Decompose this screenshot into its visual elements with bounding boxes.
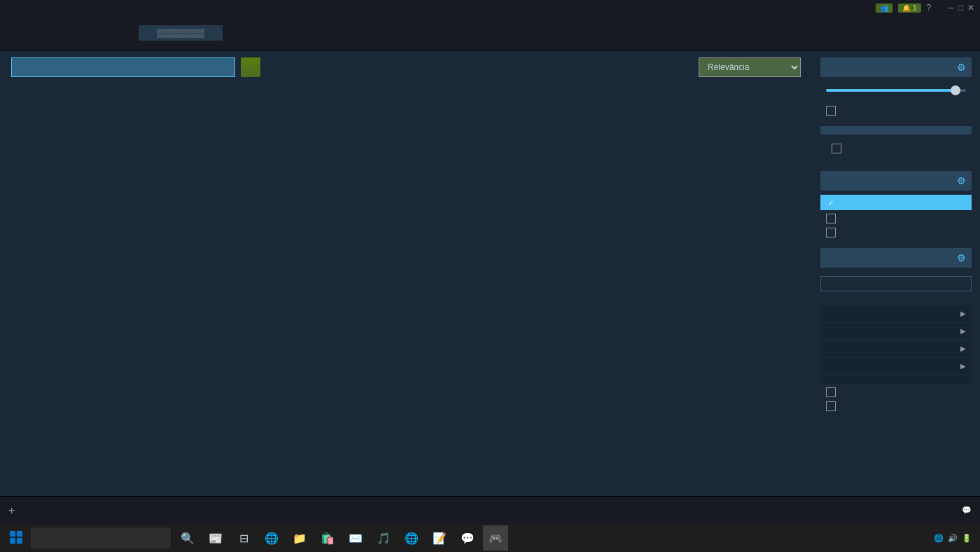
language-see-all[interactable] [820,158,972,163]
resource-filter[interactable]: ▶ [820,340,972,357]
preferences-gear-icon[interactable]: ⚙ [957,175,966,186]
hide-wishlist-item[interactable] [820,226,972,240]
taskbar-chrome-icon[interactable]: 🌐 [399,525,424,551]
taskbar-vscode-icon[interactable]: 📝 [427,525,452,551]
vr-expand-icon: ▶ [960,362,966,370]
taskbar-multitask-icon[interactable]: ⊟ [231,525,256,551]
nav-arrows [8,30,22,36]
os-windows-item[interactable] [820,385,972,399]
friends-button[interactable]: 👥 [876,4,892,13]
nav-link-community[interactable] [88,22,111,44]
svg-rect-1 [17,531,22,537]
os-filter-header [820,375,972,384]
back-button[interactable] [8,30,14,36]
taskbar-search[interactable] [31,527,171,548]
nav-links [43,22,111,44]
network-icon: 🌐 [934,534,944,543]
nav-link-library[interactable] [66,22,88,44]
main-area: Relevância Data de lançamento Nome Menor… [0,50,980,496]
marker-filter-section: ⚙ [820,248,972,297]
os-windows-checkbox[interactable] [826,387,836,397]
taskbar: 🔍 📰 ⊟ 🌐 📁 🛍️ ✉️ 🎵 🌐 📝 💬 🎮 🌐 🔊 🔋 [0,524,980,552]
taskbar-folder-icon[interactable]: 📁 [287,525,312,551]
marker-search-input[interactable] [820,276,972,291]
resource-expand-icon: ▶ [960,345,966,352]
language-filter-section [820,126,972,163]
steam-top-bar: 👥 🔔 1 ? ─ □ ✕ [0,0,980,15]
help-icon[interactable]: ? [927,3,932,13]
taskbar-discord-icon[interactable]: 💬 [455,525,480,551]
taskbar-right: 🌐 🔊 🔋 [930,534,977,543]
marker-gear-icon[interactable]: ⚙ [957,252,966,263]
taskbar-steam-icon[interactable]: 🎮 [483,525,508,551]
language-pt-item[interactable] [826,142,966,156]
player-count-expand-icon: ▶ [960,327,966,335]
taskbar-widgets-icon[interactable]: 📰 [203,525,228,551]
svg-rect-0 [10,531,15,537]
language-filter-header [820,126,972,134]
language-options [820,139,972,158]
os-macos-checkbox[interactable] [826,401,836,411]
nav-link-store[interactable] [43,22,66,44]
friends-chat-button[interactable]: 💬 [959,506,972,515]
price-filter-section: ⚙ [820,57,972,118]
svg-rect-2 [10,538,15,544]
nav-username-blurred: ▒▒▒▒▒▒▒▒ [139,25,223,41]
taskbar-search-icon[interactable]: 🔍 [175,525,200,551]
friends-chat-icon: 💬 [962,506,972,515]
price-slider-thumb[interactable] [951,85,960,95]
hide-wishlist-checkbox[interactable] [826,228,836,237]
taskbar-store-icon[interactable]: 🛍️ [315,525,340,551]
search-bar-row: Relevância Data de lançamento Nome Menor… [11,57,801,77]
taskbar-icons: 🔍 📰 ⊟ 🌐 📁 🛍️ ✉️ 🎵 🌐 📝 💬 🎮 [175,525,508,551]
search-area: Relevância Data de lançamento Nome Menor… [0,50,812,496]
vr-filter[interactable]: ▶ [820,358,972,374]
notification-icon: 🔔 [902,4,911,12]
os-macos-item[interactable] [820,399,972,413]
sort-section: Relevância Data de lançamento Nome Menor… [693,57,801,77]
search-button[interactable] [241,57,260,77]
marker-filter-header: ⚙ [820,248,972,268]
minimize-button[interactable]: ─ [948,3,954,13]
battery-icon: 🔋 [962,534,972,543]
system-tray: 🌐 🔊 🔋 [930,534,972,543]
window-controls: ─ □ ✕ [948,3,974,13]
forward-button[interactable] [17,30,22,36]
volume-icon[interactable]: 🔊 [948,534,958,543]
svg-rect-3 [17,538,22,544]
special-offers-checkbox[interactable] [826,106,836,116]
close-button[interactable]: ✕ [967,3,974,13]
preferences-filter-header: ⚙ [820,171,972,191]
type-filter[interactable]: ▶ [820,305,972,322]
hide-ignored-item[interactable] [820,195,972,210]
taskbar-mail-icon[interactable]: ✉️ [343,525,368,551]
language-pt-checkbox[interactable] [832,144,841,153]
right-sidebar: ⚙ [812,50,980,496]
price-slider-container [820,81,972,104]
notification-count: 1 [913,4,917,12]
sort-select[interactable]: Relevância Data de lançamento Nome Menor… [699,57,801,77]
taskbar-spotify-icon[interactable]: 🎵 [371,525,396,551]
nav-bar: ▒▒▒▒▒▒▒▒ [0,15,980,50]
notification-button[interactable]: 🔔 1 [898,4,920,13]
bottom-bar: + 💬 [0,496,980,524]
type-expand-icon: ▶ [960,310,966,317]
price-filter-header: ⚙ [820,57,972,77]
player-count-filter[interactable]: ▶ [820,323,972,339]
marker-see-all[interactable] [820,293,972,297]
hide-library-item[interactable] [820,212,972,226]
taskbar-edge-icon[interactable]: 🌐 [259,525,284,551]
friends-icon: 👥 [880,4,888,12]
preferences-filter-section: ⚙ [820,171,972,240]
price-gear-icon[interactable]: ⚙ [957,62,966,73]
nav-user-panel: ▒▒▒▒▒▒▒▒ [139,25,223,41]
special-offers-item[interactable] [820,104,972,118]
add-game-button[interactable]: + [8,504,19,517]
hide-ignored-checkbox[interactable] [826,198,836,207]
search-input[interactable] [11,57,235,77]
start-button[interactable] [3,527,29,550]
maximize-button[interactable]: □ [958,3,963,13]
top-right-controls: 👥 🔔 1 ? ─ □ ✕ [876,3,974,13]
marker-items [820,272,972,275]
hide-library-checkbox[interactable] [826,214,836,223]
